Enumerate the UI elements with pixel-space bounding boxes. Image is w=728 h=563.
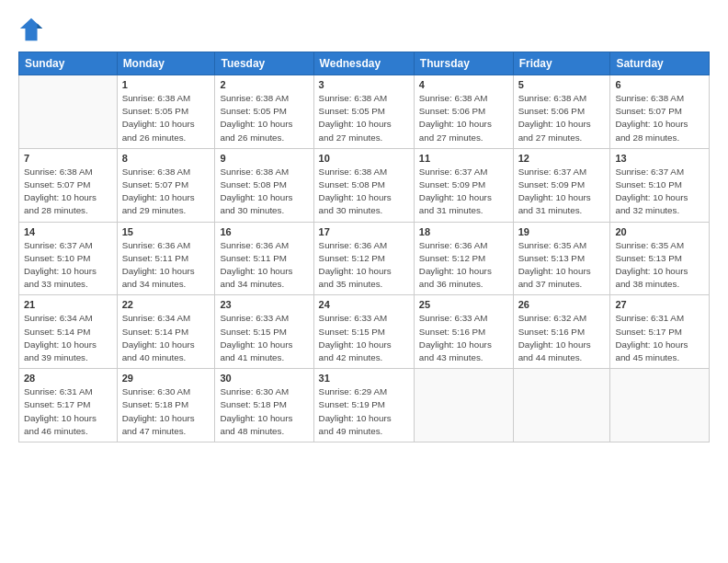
calendar-cell: 20Sunrise: 6:35 AM Sunset: 5:13 PM Dayli… xyxy=(610,222,710,295)
calendar-cell: 3Sunrise: 6:38 AM Sunset: 5:05 PM Daylig… xyxy=(313,75,414,149)
calendar-cell xyxy=(414,369,513,442)
calendar-cell: 31Sunrise: 6:29 AM Sunset: 5:19 PM Dayli… xyxy=(313,369,414,442)
day-info: Sunrise: 6:31 AM Sunset: 5:17 PM Dayligh… xyxy=(615,312,704,364)
day-number: 6 xyxy=(615,79,704,90)
calendar-cell: 13Sunrise: 6:37 AM Sunset: 5:10 PM Dayli… xyxy=(610,148,710,222)
day-info: Sunrise: 6:35 AM Sunset: 5:13 PM Dayligh… xyxy=(615,239,704,292)
page: SundayMondayTuesdayWednesdayThursdayFrid… xyxy=(0,0,728,563)
logo-icon xyxy=(18,17,44,42)
day-number: 14 xyxy=(24,226,112,237)
day-number: 23 xyxy=(220,299,308,310)
calendar-cell: 10Sunrise: 6:38 AM Sunset: 5:08 PM Dayli… xyxy=(313,148,414,222)
day-info: Sunrise: 6:36 AM Sunset: 5:11 PM Dayligh… xyxy=(220,239,308,292)
day-info: Sunrise: 6:38 AM Sunset: 5:06 PM Dayligh… xyxy=(518,92,606,144)
day-number: 12 xyxy=(518,153,606,164)
day-info: Sunrise: 6:33 AM Sunset: 5:15 PM Dayligh… xyxy=(319,312,409,364)
day-info: Sunrise: 6:38 AM Sunset: 5:08 PM Dayligh… xyxy=(220,166,308,218)
svg-marker-0 xyxy=(20,18,42,40)
day-number: 5 xyxy=(518,79,606,90)
day-info: Sunrise: 6:37 AM Sunset: 5:09 PM Dayligh… xyxy=(419,166,508,218)
calendar-cell: 23Sunrise: 6:33 AM Sunset: 5:15 PM Dayli… xyxy=(215,295,313,369)
calendar-cell: 1Sunrise: 6:38 AM Sunset: 5:05 PM Daylig… xyxy=(117,75,215,149)
day-info: Sunrise: 6:38 AM Sunset: 5:07 PM Dayligh… xyxy=(615,92,704,144)
day-number: 3 xyxy=(319,79,409,90)
day-info: Sunrise: 6:34 AM Sunset: 5:14 PM Dayligh… xyxy=(122,312,210,364)
calendar-cell: 27Sunrise: 6:31 AM Sunset: 5:17 PM Dayli… xyxy=(610,295,710,369)
day-number: 11 xyxy=(419,153,508,164)
day-info: Sunrise: 6:38 AM Sunset: 5:05 PM Dayligh… xyxy=(220,92,308,144)
calendar-cell xyxy=(19,75,118,149)
calendar-cell: 30Sunrise: 6:30 AM Sunset: 5:18 PM Dayli… xyxy=(215,369,313,442)
calendar-cell: 8Sunrise: 6:38 AM Sunset: 5:07 PM Daylig… xyxy=(117,148,215,222)
calendar-header-sunday: Sunday xyxy=(19,52,118,75)
calendar-cell xyxy=(610,369,710,442)
day-info: Sunrise: 6:29 AM Sunset: 5:19 PM Dayligh… xyxy=(319,385,409,438)
calendar-header-wednesday: Wednesday xyxy=(313,52,414,75)
day-number: 29 xyxy=(122,373,210,384)
calendar-cell: 5Sunrise: 6:38 AM Sunset: 5:06 PM Daylig… xyxy=(513,75,610,149)
day-number: 28 xyxy=(24,373,112,384)
calendar-week-row: 21Sunrise: 6:34 AM Sunset: 5:14 PM Dayli… xyxy=(19,295,710,369)
calendar-header-thursday: Thursday xyxy=(414,52,513,75)
day-number: 13 xyxy=(615,153,704,164)
day-number: 2 xyxy=(220,79,308,90)
day-number: 4 xyxy=(419,79,508,90)
calendar-week-row: 1Sunrise: 6:38 AM Sunset: 5:05 PM Daylig… xyxy=(19,75,710,149)
day-info: Sunrise: 6:38 AM Sunset: 5:08 PM Dayligh… xyxy=(319,166,409,218)
day-number: 31 xyxy=(319,373,409,384)
day-info: Sunrise: 6:36 AM Sunset: 5:11 PM Dayligh… xyxy=(122,239,210,292)
calendar-cell: 2Sunrise: 6:38 AM Sunset: 5:05 PM Daylig… xyxy=(215,75,313,149)
calendar-cell: 15Sunrise: 6:36 AM Sunset: 5:11 PM Dayli… xyxy=(117,222,215,295)
day-number: 17 xyxy=(319,226,409,237)
calendar-header-row: SundayMondayTuesdayWednesdayThursdayFrid… xyxy=(19,52,710,75)
calendar-cell: 17Sunrise: 6:36 AM Sunset: 5:12 PM Dayli… xyxy=(313,222,414,295)
calendar-cell: 16Sunrise: 6:36 AM Sunset: 5:11 PM Dayli… xyxy=(215,222,313,295)
day-number: 7 xyxy=(24,153,112,164)
day-number: 22 xyxy=(122,299,210,310)
day-number: 26 xyxy=(518,299,606,310)
calendar-cell: 12Sunrise: 6:37 AM Sunset: 5:09 PM Dayli… xyxy=(513,148,610,222)
calendar-cell: 7Sunrise: 6:38 AM Sunset: 5:07 PM Daylig… xyxy=(19,148,118,222)
day-info: Sunrise: 6:35 AM Sunset: 5:13 PM Dayligh… xyxy=(518,239,606,292)
day-info: Sunrise: 6:37 AM Sunset: 5:10 PM Dayligh… xyxy=(615,166,704,218)
calendar-cell: 11Sunrise: 6:37 AM Sunset: 5:09 PM Dayli… xyxy=(414,148,513,222)
calendar-cell: 21Sunrise: 6:34 AM Sunset: 5:14 PM Dayli… xyxy=(19,295,118,369)
day-info: Sunrise: 6:31 AM Sunset: 5:17 PM Dayligh… xyxy=(24,385,112,438)
calendar-cell: 18Sunrise: 6:36 AM Sunset: 5:12 PM Dayli… xyxy=(414,222,513,295)
calendar-week-row: 7Sunrise: 6:38 AM Sunset: 5:07 PM Daylig… xyxy=(19,148,710,222)
calendar-header-saturday: Saturday xyxy=(610,52,710,75)
calendar-header-tuesday: Tuesday xyxy=(215,52,313,75)
day-info: Sunrise: 6:36 AM Sunset: 5:12 PM Dayligh… xyxy=(319,239,409,292)
calendar-cell xyxy=(513,369,610,442)
calendar-header-friday: Friday xyxy=(513,52,610,75)
day-number: 9 xyxy=(220,153,308,164)
svg-marker-1 xyxy=(38,23,43,29)
day-number: 15 xyxy=(122,226,210,237)
calendar-cell: 6Sunrise: 6:38 AM Sunset: 5:07 PM Daylig… xyxy=(610,75,710,149)
day-info: Sunrise: 6:33 AM Sunset: 5:15 PM Dayligh… xyxy=(220,312,308,364)
day-number: 19 xyxy=(518,226,606,237)
day-info: Sunrise: 6:34 AM Sunset: 5:14 PM Dayligh… xyxy=(24,312,112,364)
day-info: Sunrise: 6:38 AM Sunset: 5:07 PM Dayligh… xyxy=(24,166,112,218)
day-number: 25 xyxy=(419,299,508,310)
day-info: Sunrise: 6:33 AM Sunset: 5:16 PM Dayligh… xyxy=(419,312,508,364)
calendar-cell: 26Sunrise: 6:32 AM Sunset: 5:16 PM Dayli… xyxy=(513,295,610,369)
calendar-cell: 9Sunrise: 6:38 AM Sunset: 5:08 PM Daylig… xyxy=(215,148,313,222)
calendar-cell: 14Sunrise: 6:37 AM Sunset: 5:10 PM Dayli… xyxy=(19,222,118,295)
day-number: 16 xyxy=(220,226,308,237)
logo xyxy=(18,17,48,42)
day-info: Sunrise: 6:37 AM Sunset: 5:09 PM Dayligh… xyxy=(518,166,606,218)
calendar-cell: 28Sunrise: 6:31 AM Sunset: 5:17 PM Dayli… xyxy=(19,369,118,442)
calendar-cell: 19Sunrise: 6:35 AM Sunset: 5:13 PM Dayli… xyxy=(513,222,610,295)
calendar-week-row: 28Sunrise: 6:31 AM Sunset: 5:17 PM Dayli… xyxy=(19,369,710,442)
day-info: Sunrise: 6:38 AM Sunset: 5:07 PM Dayligh… xyxy=(122,166,210,218)
day-info: Sunrise: 6:38 AM Sunset: 5:06 PM Dayligh… xyxy=(419,92,508,144)
calendar-week-row: 14Sunrise: 6:37 AM Sunset: 5:10 PM Dayli… xyxy=(19,222,710,295)
day-number: 24 xyxy=(319,299,409,310)
day-info: Sunrise: 6:37 AM Sunset: 5:10 PM Dayligh… xyxy=(24,239,112,292)
calendar-cell: 29Sunrise: 6:30 AM Sunset: 5:18 PM Dayli… xyxy=(117,369,215,442)
day-info: Sunrise: 6:38 AM Sunset: 5:05 PM Dayligh… xyxy=(319,92,409,144)
day-number: 1 xyxy=(122,79,210,90)
day-info: Sunrise: 6:30 AM Sunset: 5:18 PM Dayligh… xyxy=(220,385,308,438)
day-info: Sunrise: 6:38 AM Sunset: 5:05 PM Dayligh… xyxy=(122,92,210,144)
